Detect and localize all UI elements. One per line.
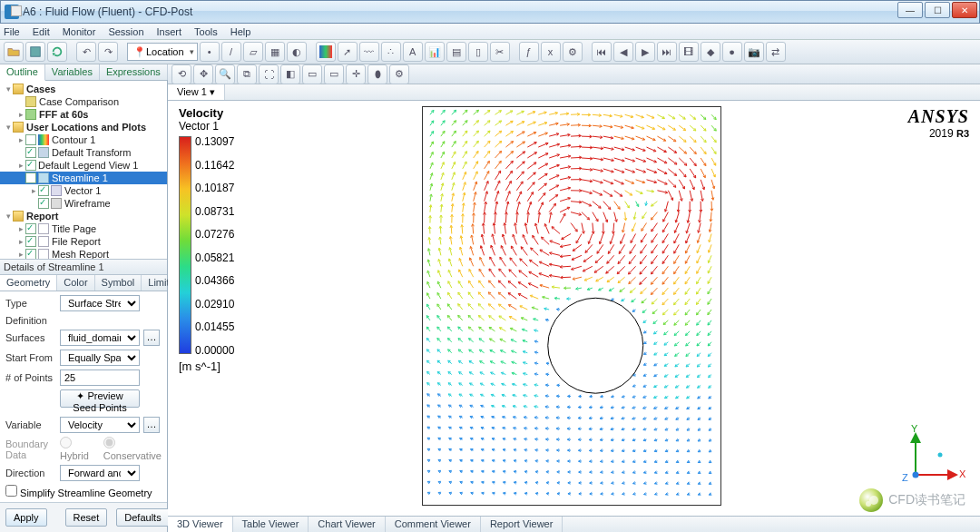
timestep-next-icon[interactable]: ⏭ bbox=[657, 42, 677, 62]
tab-outline[interactable]: Outline bbox=[0, 64, 45, 81]
timestep-prev-icon[interactable]: ◀ bbox=[613, 42, 633, 62]
tree-cases[interactable]: ▾Cases bbox=[0, 83, 167, 95]
tree-user-locations[interactable]: ▾User Locations and Plots bbox=[0, 121, 167, 133]
contour-icon[interactable] bbox=[316, 42, 336, 62]
select-type[interactable]: Surface Streamline bbox=[60, 295, 140, 311]
minimize-button[interactable]: — bbox=[897, 2, 923, 18]
variable-icon[interactable]: x bbox=[541, 42, 561, 62]
particle-icon[interactable]: ∴ bbox=[381, 42, 401, 62]
tree-fff[interactable]: ▸FFF at 60s bbox=[0, 108, 167, 121]
clip-icon[interactable]: ✂ bbox=[490, 42, 510, 62]
btab-table[interactable]: Table Viewer bbox=[233, 517, 309, 532]
svg-line-311 bbox=[552, 227, 560, 234]
display-options-icon[interactable]: ⚙ bbox=[389, 64, 409, 84]
open-icon[interactable] bbox=[4, 42, 24, 62]
simplify-row[interactable]: Simplify Streamline Geometry bbox=[5, 485, 162, 498]
select-variable[interactable]: Velocity bbox=[60, 417, 140, 433]
table-icon[interactable]: ▤ bbox=[446, 42, 466, 62]
input-npoints[interactable] bbox=[60, 369, 140, 386]
tree-report[interactable]: ▾Report bbox=[0, 210, 167, 222]
text-icon[interactable]: A bbox=[403, 42, 423, 62]
apply-button[interactable]: Apply bbox=[5, 508, 47, 527]
point-icon[interactable]: • bbox=[200, 42, 220, 62]
volume-icon[interactable]: ▦ bbox=[265, 42, 285, 62]
preview-seed-button[interactable]: ✦ Preview Seed Points bbox=[60, 389, 140, 408]
rotate-icon[interactable]: ⟲ bbox=[172, 64, 191, 84]
viewport-3d[interactable]: Velocity Vector 1 0.130970.116420.10187 … bbox=[168, 101, 980, 516]
svg-line-117 bbox=[505, 152, 513, 158]
tree-mesh-report[interactable]: ▸Mesh Report bbox=[0, 248, 167, 259]
dtab-color[interactable]: Color bbox=[57, 275, 94, 291]
tree-wireframe[interactable]: Wireframe bbox=[0, 197, 167, 210]
dtab-symbol[interactable]: Symbol bbox=[95, 275, 142, 291]
save-icon[interactable] bbox=[25, 42, 45, 62]
vector-icon[interactable]: ➚ bbox=[338, 42, 358, 62]
zoom-icon[interactable]: 🔍 bbox=[215, 64, 235, 84]
location-dropdown[interactable]: 📍 Location bbox=[127, 43, 198, 61]
turbo-icon[interactable]: ⚙ bbox=[563, 42, 583, 62]
svg-line-120 bbox=[538, 153, 548, 158]
chart-icon[interactable]: 📊 bbox=[425, 42, 445, 62]
defaults-button[interactable]: Defaults bbox=[116, 508, 169, 527]
menu-monitor[interactable]: Monitor bbox=[63, 26, 96, 37]
fit-icon[interactable]: ⛶ bbox=[259, 64, 279, 84]
variable-more-button[interactable]: … bbox=[143, 417, 160, 433]
dtab-geometry[interactable]: Geometry bbox=[0, 275, 57, 291]
iso-view-icon[interactable]: ◧ bbox=[280, 64, 300, 84]
maximize-button[interactable]: ☐ bbox=[925, 2, 950, 18]
legend-icon[interactable]: ▯ bbox=[468, 42, 488, 62]
menu-session[interactable]: Session bbox=[108, 26, 143, 37]
line-icon[interactable]: / bbox=[221, 42, 241, 62]
tree-contour[interactable]: ▸Contour 1 bbox=[0, 133, 167, 146]
pan-icon[interactable]: ✥ bbox=[193, 64, 213, 84]
select-surfaces[interactable]: fluid_domain symmetry 1 bbox=[60, 330, 140, 346]
surfaces-more-button[interactable]: … bbox=[143, 330, 160, 346]
animation-icon[interactable]: 🎞 bbox=[679, 42, 699, 62]
iso-icon[interactable]: ◐ bbox=[287, 42, 307, 62]
compare-icon[interactable]: ⇄ bbox=[766, 42, 786, 62]
outline-tree[interactable]: ▾Cases Case Comparison ▸FFF at 60s ▾User… bbox=[0, 81, 167, 259]
tree-default-legend[interactable]: ▸Default Legend View 1 bbox=[0, 159, 167, 172]
tab-variables[interactable]: Variables bbox=[45, 64, 100, 80]
axis-triad[interactable]: X Y Z bbox=[902, 425, 965, 488]
undo-icon[interactable]: ↶ bbox=[76, 42, 96, 62]
btab-chart[interactable]: Chart Viewer bbox=[309, 517, 385, 532]
menu-help[interactable]: Help bbox=[230, 26, 251, 37]
timestep-play-icon[interactable]: ▶ bbox=[635, 42, 655, 62]
zoombox-icon[interactable]: ⧉ bbox=[237, 64, 257, 84]
xy-view-icon[interactable]: ▭ bbox=[302, 64, 322, 84]
plane-icon[interactable]: ▱ bbox=[243, 42, 263, 62]
btab-report[interactable]: Report Viewer bbox=[481, 517, 564, 532]
highlight-icon[interactable]: ⬮ bbox=[368, 64, 387, 84]
redo-icon[interactable]: ↷ bbox=[98, 42, 118, 62]
tab-expressions[interactable]: Expressions bbox=[100, 64, 168, 80]
btab-3d[interactable]: 3D Viewer bbox=[168, 517, 233, 532]
menu-edit[interactable]: Edit bbox=[33, 26, 50, 37]
select-icon[interactable]: ▭ bbox=[324, 64, 344, 84]
keyframe-icon[interactable]: ◆ bbox=[701, 42, 720, 62]
streamline-icon[interactable]: 〰 bbox=[359, 42, 379, 62]
menu-tools[interactable]: Tools bbox=[194, 26, 218, 37]
tree-default-transform[interactable]: Default Transform bbox=[0, 146, 167, 159]
btab-comment[interactable]: Comment Viewer bbox=[386, 517, 481, 532]
checkbox-simplify[interactable] bbox=[5, 485, 17, 497]
tree-title-page[interactable]: ▸Title Page bbox=[0, 222, 167, 235]
close-button[interactable]: ✕ bbox=[952, 2, 977, 18]
expression-icon[interactable]: ƒ bbox=[519, 42, 539, 62]
reload-icon[interactable] bbox=[47, 42, 67, 62]
snapshot-icon[interactable]: 📷 bbox=[744, 42, 764, 62]
view-tab-1[interactable]: View 1 ▾ bbox=[168, 84, 225, 100]
tree-case-comparison[interactable]: Case Comparison bbox=[0, 95, 167, 108]
menu-insert[interactable]: Insert bbox=[157, 26, 182, 37]
probe-icon[interactable]: ✛ bbox=[346, 64, 366, 84]
select-direction[interactable]: Forward and Backward bbox=[60, 465, 140, 481]
menu-file[interactable]: File bbox=[4, 26, 20, 37]
svg-line-213 bbox=[668, 191, 672, 201]
timestep-first-icon[interactable]: ⏮ bbox=[592, 42, 612, 62]
tree-vector[interactable]: ▸Vector 1 bbox=[0, 184, 167, 197]
select-startfrom[interactable]: Equally Spaced Samples bbox=[60, 350, 140, 366]
record-icon[interactable]: ● bbox=[722, 42, 742, 62]
tree-file-report[interactable]: ▸File Report bbox=[0, 235, 167, 248]
reset-button[interactable]: Reset bbox=[65, 508, 108, 527]
tree-streamline[interactable]: Streamline 1 bbox=[0, 172, 167, 184]
